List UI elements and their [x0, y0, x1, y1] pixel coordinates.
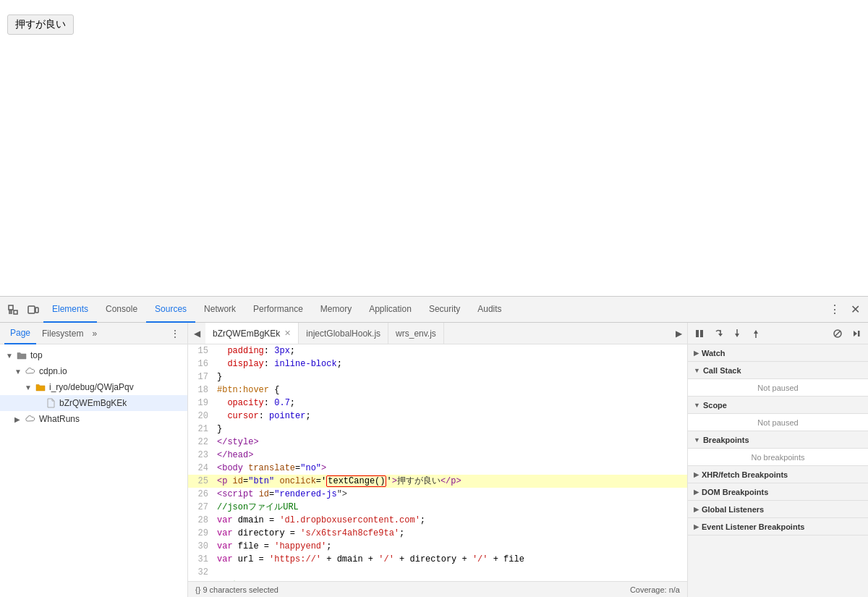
svg-rect-7	[696, 330, 699, 337]
file-tab-bzr[interactable]: bZrQWEmBgKEk ✕	[205, 323, 299, 344]
svg-rect-8	[700, 330, 703, 337]
tree-arrow-cdpn: ▼	[14, 368, 25, 376]
tree-arrow-whatruns: ▶	[14, 415, 25, 423]
step-into-button[interactable]	[728, 325, 746, 342]
code-line-28: 28 var dmain = 'dl.dropboxusercontent.co…	[188, 514, 687, 527]
sidebar-tabs-more[interactable]: »	[89, 329, 100, 339]
highlighted-function: textCange()	[326, 475, 386, 487]
watch-arrow: ▶	[694, 350, 699, 357]
tab-audits[interactable]: Audits	[469, 297, 510, 323]
tree-item-cdpn[interactable]: ▼ cdpn.io	[0, 363, 187, 379]
code-line-20: 20 cursor: pointer;	[188, 410, 687, 423]
tab-security[interactable]: Security	[420, 297, 469, 323]
svg-rect-0	[9, 305, 13, 310]
scope-content: Not paused	[688, 414, 868, 431]
event-arrow: ▶	[694, 523, 699, 530]
tree-item-whatruns[interactable]: ▶ WhatRuns	[0, 411, 187, 427]
scope-section-header[interactable]: ▼ Scope	[688, 397, 868, 414]
sidebar: Page Filesystem » ⋮ ▼ top ▼	[0, 323, 188, 597]
code-line-17: 17 }	[188, 371, 687, 384]
code-line-32: 32	[188, 566, 687, 579]
close-file-tab-bzr[interactable]: ✕	[284, 329, 291, 338]
code-line-18: 18 #btn:hover {	[188, 384, 687, 397]
scope-label: Scope	[703, 401, 727, 410]
step-over-button[interactable]	[710, 325, 727, 342]
tree-label-whatruns: WhatRuns	[39, 414, 80, 424]
tab-network[interactable]: Network	[195, 297, 244, 323]
sidebar-tree: ▼ top ▼ cdpn.io ▼	[0, 344, 187, 597]
step-out-button[interactable]	[747, 325, 765, 342]
global-listeners-header[interactable]: ▶ Global Listeners	[688, 501, 868, 518]
tab-sources[interactable]: Sources	[146, 297, 195, 323]
file-tab-inject[interactable]: injectGlobalHook.js	[299, 323, 388, 344]
dom-breakpoints-header[interactable]: ▶ DOM Breakpoints	[688, 483, 868, 501]
event-label: Event Listener Breakpoints	[702, 522, 804, 531]
file-tab-wrs[interactable]: wrs_env.js	[388, 323, 444, 344]
tree-arrow-top: ▼	[6, 352, 16, 360]
sidebar-tab-page[interactable]: Page	[4, 323, 36, 344]
svg-line-16	[835, 331, 841, 336]
code-editor: ◀ bZrQWEmBgKEk ✕ injectGlobalHook.js wrs…	[188, 323, 687, 597]
code-line-22: 22 </style>	[188, 436, 687, 449]
folder-icon-top	[16, 350, 27, 361]
tab-console[interactable]: Console	[97, 297, 146, 323]
svg-rect-5	[28, 306, 35, 313]
global-label: Global Listeners	[702, 505, 764, 514]
tree-label-cdpn: cdpn.io	[39, 366, 67, 376]
footer-chars-selected: {} 9 characters selected	[195, 585, 278, 594]
svg-marker-14	[754, 330, 758, 334]
tab-performance[interactable]: Performance	[244, 297, 312, 323]
pause-button[interactable]	[691, 325, 708, 342]
device-toolbar-icon[interactable]	[23, 297, 43, 323]
file-tab-end[interactable]: ▶	[670, 323, 687, 344]
event-listener-breakpoints-header[interactable]: ▶ Event Listener Breakpoints	[688, 518, 868, 535]
tree-item-top[interactable]: ▼ top	[0, 347, 187, 363]
file-icon	[45, 397, 56, 409]
more-tabs-icon[interactable]: ⋮	[825, 297, 845, 323]
breakpoints-section-header[interactable]: ▼ Breakpoints	[688, 431, 868, 449]
xhr-breakpoints-header[interactable]: ▶ XHR/fetch Breakpoints	[688, 466, 868, 483]
svg-rect-1	[14, 310, 17, 314]
close-devtools-button[interactable]: ✕	[845, 297, 865, 323]
cloud-icon-whatruns	[25, 413, 36, 425]
page-button[interactable]: 押すが良い	[7, 14, 74, 35]
svg-rect-6	[35, 308, 38, 313]
code-line-27: 27 //jsonファイルURL	[188, 501, 687, 514]
tree-item-file[interactable]: bZrQWEmBgKEk	[0, 395, 187, 411]
footer-coverage: Coverage: n/a	[630, 585, 680, 594]
inspect-element-icon[interactable]	[3, 297, 23, 323]
tab-elements[interactable]: Elements	[43, 297, 97, 323]
tree-label-file: bZrQWEmBgKEk	[59, 398, 127, 408]
deactivate-breakpoints-button[interactable]	[829, 325, 846, 342]
dom-arrow: ▶	[694, 488, 699, 496]
call-stack-arrow: ▼	[694, 367, 700, 374]
breakpoints-content: No breakpoints	[688, 449, 868, 466]
code-line-31: 31 var url = 'https://' + dmain + '/' + …	[188, 553, 687, 566]
code-footer: {} 9 characters selected Coverage: n/a	[188, 581, 687, 597]
code-line-19: 19 opacity: 0.7;	[188, 397, 687, 410]
file-tab-back[interactable]: ◀	[188, 323, 205, 344]
async-stepping-button[interactable]	[848, 325, 865, 342]
svg-marker-17	[854, 331, 857, 336]
code-line-26: 26 <script id="rendered-js">	[188, 488, 687, 501]
cloud-icon-cdpn	[25, 365, 36, 377]
sidebar-tab-filesystem[interactable]: Filesystem	[36, 323, 89, 344]
sidebar-menu-icon[interactable]: ⋮	[167, 328, 183, 339]
browser-page: 押すが良い	[0, 0, 868, 297]
tab-memory[interactable]: Memory	[312, 297, 360, 323]
code-line-24: 24 <body translate="no">	[188, 462, 687, 475]
svg-rect-18	[858, 331, 860, 336]
tab-application[interactable]: Application	[360, 297, 420, 323]
xhr-label: XHR/fetch Breakpoints	[702, 470, 788, 479]
devtools-tabs: Elements Console Sources Network Perform…	[0, 297, 868, 323]
right-panel: ▶ Watch ▼ Call Stack Not paused ▼ Scope …	[687, 323, 868, 597]
code-line-21: 21 }	[188, 423, 687, 436]
xhr-arrow: ▶	[694, 471, 699, 478]
call-stack-section-header[interactable]: ▼ Call Stack	[688, 362, 868, 379]
tree-item-debug[interactable]: ▼ i_ryo/debug/QWjaPqv	[0, 379, 187, 395]
code-content[interactable]: 15 padding: 3px; 16 display: inline-bloc…	[188, 344, 687, 581]
global-arrow: ▶	[694, 506, 699, 513]
code-line-16: 16 display: inline-block;	[188, 357, 687, 371]
watch-section-header[interactable]: ▶ Watch	[688, 344, 868, 362]
devtools-body: Page Filesystem » ⋮ ▼ top ▼	[0, 323, 868, 597]
